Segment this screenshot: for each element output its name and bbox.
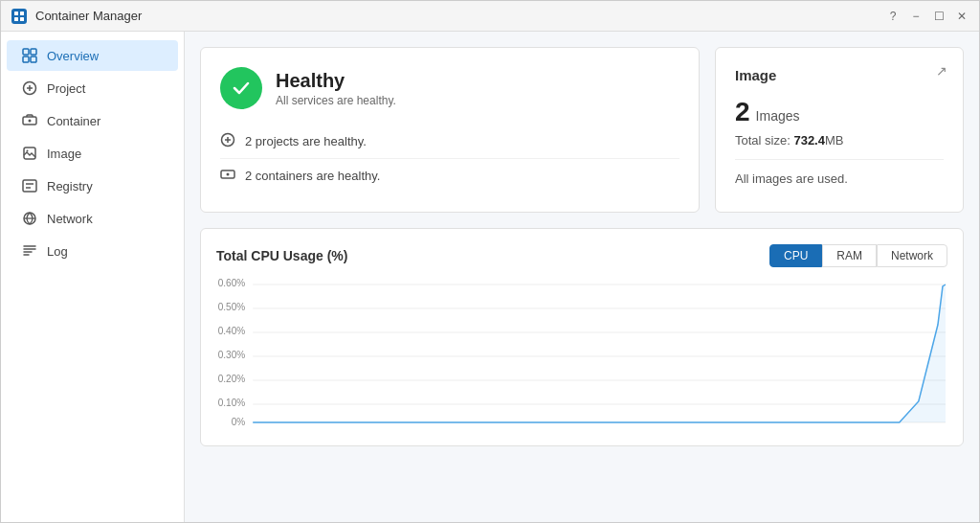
image-icon	[22, 146, 37, 161]
svg-marker-31	[253, 284, 946, 422]
top-row: Healthy All services are healthy. 2 proj…	[200, 47, 964, 213]
help-button[interactable]: ?	[885, 9, 901, 24]
app-icon	[11, 8, 28, 25]
health-projects-text: 2 projects are healthy.	[245, 134, 367, 148]
svg-point-16	[227, 173, 230, 176]
image-used-text: All images are used.	[735, 171, 944, 186]
chart-header: Total CPU Usage (%) CPU RAM Network	[216, 244, 947, 267]
sidebar-item-image[interactable]: Image	[7, 138, 178, 169]
health-card: Healthy All services are healthy. 2 proj…	[200, 47, 700, 213]
svg-rect-7	[23, 57, 29, 62]
app-title: Container Manager	[35, 9, 885, 23]
svg-rect-2	[20, 11, 24, 15]
chart-card: Total CPU Usage (%) CPU RAM Network 0.60…	[200, 228, 964, 446]
sidebar: Overview Project	[1, 32, 185, 522]
content-area: Healthy All services are healthy. 2 proj…	[185, 32, 979, 522]
svg-rect-0	[11, 9, 27, 24]
close-button[interactable]: ✕	[954, 9, 969, 24]
image-count-row: 2 Images	[735, 97, 944, 127]
svg-point-12	[27, 150, 29, 152]
image-count-num: 2	[735, 97, 750, 127]
chart-tabs: CPU RAM Network	[769, 244, 947, 267]
svg-rect-8	[31, 57, 36, 62]
svg-text:0.40%: 0.40%	[218, 326, 246, 336]
health-header: Healthy All services are healthy.	[220, 67, 679, 109]
main-layout: Overview Project	[1, 32, 979, 522]
overview-icon	[22, 48, 37, 63]
svg-text:0.60%: 0.60%	[218, 278, 246, 288]
sidebar-item-project[interactable]: Project	[7, 73, 178, 103]
image-count-label: Images	[756, 108, 800, 124]
sidebar-overview-label: Overview	[47, 49, 99, 63]
health-item-containers: 2 containers are healthy.	[220, 159, 679, 193]
image-panel-title: Image	[735, 67, 944, 83]
health-text: Healthy All services are healthy.	[276, 70, 396, 107]
sidebar-project-label: Project	[47, 81, 85, 96]
health-subtitle: All services are healthy.	[276, 94, 396, 107]
window-controls: ? − ☐ ✕	[885, 9, 969, 24]
chart-tab-cpu[interactable]: CPU	[769, 244, 822, 267]
chart-area: 0.60% 0.50% 0.40% 0.30% 0.20% 0.10% 0%	[216, 277, 947, 430]
sidebar-network-label: Network	[47, 212, 93, 226]
log-icon	[22, 243, 37, 259]
project-health-icon	[220, 132, 235, 150]
chart-svg: 0.60% 0.50% 0.40% 0.30% 0.20% 0.10% 0%	[216, 277, 947, 430]
chart-tab-network[interactable]: Network	[877, 244, 947, 267]
project-icon	[22, 80, 37, 96]
svg-text:0%: 0%	[232, 417, 246, 427]
svg-text:0.50%: 0.50%	[218, 302, 246, 312]
svg-point-11	[29, 120, 32, 123]
health-containers-text: 2 containers are healthy.	[245, 169, 380, 183]
container-health-icon	[220, 167, 235, 185]
sidebar-item-registry[interactable]: Registry	[7, 171, 178, 201]
restore-button[interactable]: ☐	[931, 9, 947, 24]
main-window: Container Manager ? − ☐ ✕ Overview	[0, 0, 980, 523]
network-icon	[22, 211, 37, 226]
sidebar-registry-label: Registry	[47, 179, 93, 193]
chart-title: Total CPU Usage (%)	[216, 248, 347, 263]
sidebar-log-label: Log	[47, 244, 68, 259]
health-item-projects: 2 projects are healthy.	[220, 125, 679, 159]
image-size-row: Total size: 732.4MB	[735, 133, 944, 148]
svg-rect-6	[31, 49, 36, 55]
sidebar-container-label: Container	[47, 114, 100, 128]
image-divider	[735, 159, 944, 160]
sidebar-image-label: Image	[47, 147, 81, 161]
health-status-icon	[220, 67, 262, 109]
chart-tab-ram[interactable]: RAM	[822, 244, 877, 267]
image-panel: Image ↗ 2 Images Total size: 732.4MB All…	[715, 47, 964, 213]
sidebar-item-overview[interactable]: Overview	[7, 40, 178, 71]
titlebar: Container Manager ? − ☐ ✕	[1, 1, 979, 32]
svg-rect-5	[23, 49, 29, 55]
container-icon	[22, 113, 37, 128]
svg-text:0.10%: 0.10%	[218, 398, 246, 408]
svg-rect-4	[20, 17, 24, 21]
health-title: Healthy	[276, 70, 396, 92]
svg-rect-1	[14, 11, 18, 15]
minimize-button[interactable]: −	[908, 9, 924, 24]
registry-icon	[22, 178, 37, 193]
sidebar-item-network[interactable]: Network	[7, 203, 178, 234]
svg-rect-13	[23, 180, 36, 192]
sidebar-item-container[interactable]: Container	[7, 105, 178, 136]
image-panel-arrow[interactable]: ↗	[936, 63, 947, 79]
svg-text:0.30%: 0.30%	[218, 350, 246, 360]
sidebar-item-log[interactable]: Log	[7, 236, 178, 266]
svg-text:0.20%: 0.20%	[218, 374, 246, 384]
svg-rect-3	[14, 17, 18, 21]
